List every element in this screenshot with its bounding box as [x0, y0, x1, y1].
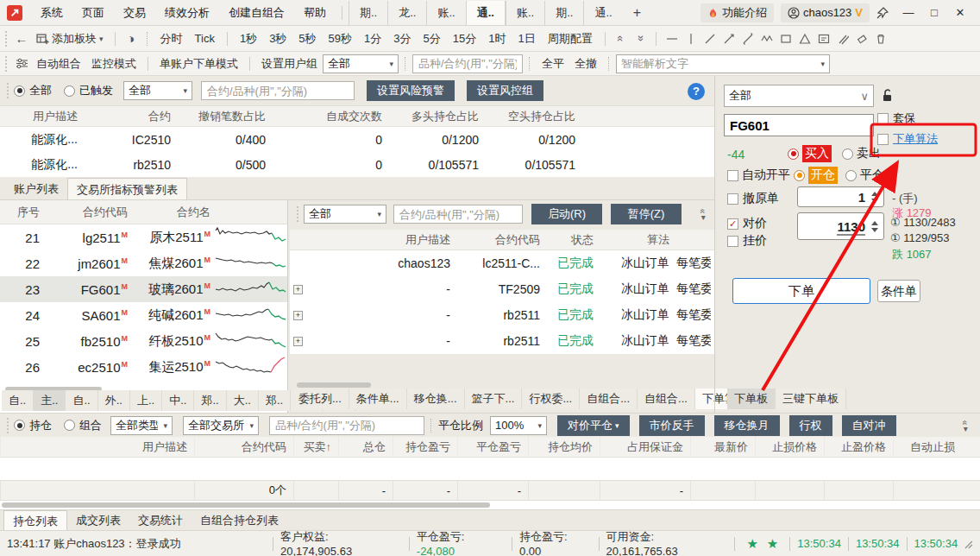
- sell-radio[interactable]: [842, 148, 853, 160]
- chart-period-button[interactable]: 1分: [358, 31, 387, 47]
- risk-scope-select[interactable]: 全部▾: [123, 81, 192, 100]
- user-group-select[interactable]: 全部▾: [323, 54, 399, 73]
- open-label[interactable]: 开仓: [808, 167, 838, 184]
- workspace-tab[interactable]: 通..: [466, 1, 506, 25]
- exchange-tab[interactable]: 自..: [66, 390, 97, 411]
- trash-icon[interactable]: [871, 30, 890, 47]
- counter-price-checkbox[interactable]: ✓: [727, 218, 738, 230]
- algo-tab[interactable]: 自组合...: [580, 389, 638, 409]
- lock-open-icon[interactable]: [881, 88, 895, 103]
- algo-column-header[interactable]: 状态: [547, 232, 600, 248]
- sell-label[interactable]: 卖出: [857, 146, 881, 161]
- drag-handle[interactable]: [5, 56, 8, 72]
- auto-combo-button[interactable]: 自动组合: [31, 56, 86, 72]
- action-button[interactable]: 移仓换月: [714, 415, 780, 436]
- order-symbol-input[interactable]: [724, 114, 874, 136]
- menu-item[interactable]: 系统: [31, 0, 72, 26]
- positions-column-header[interactable]: 买卖↑: [293, 437, 338, 457]
- price-down-icon[interactable]: [871, 228, 878, 232]
- pending-price-option[interactable]: 挂价: [727, 233, 767, 249]
- order-account-select[interactable]: 全部∨: [724, 85, 874, 107]
- order-panel-tab[interactable]: 下单板: [727, 389, 776, 409]
- buy-radio[interactable]: [788, 148, 799, 160]
- action-button[interactable]: 行权: [789, 415, 832, 436]
- workspace-tab[interactable]: 账..: [506, 1, 544, 25]
- algo-order-checkbox[interactable]: [877, 134, 889, 145]
- panel-collapse-icon[interactable]: «▾: [700, 208, 706, 220]
- drag-handle[interactable]: [5, 31, 8, 47]
- action-button[interactable]: 对价平仓▾: [557, 415, 630, 436]
- algo-tab[interactable]: 条件单...: [349, 389, 407, 409]
- set-risk-warning-button[interactable]: 设置风险预警: [367, 80, 455, 101]
- algo-tab[interactable]: 委托列...: [292, 389, 349, 409]
- menu-item[interactable]: 绩效分析: [155, 0, 219, 26]
- radio-all[interactable]: [14, 85, 25, 97]
- exchange-tab[interactable]: 主..: [34, 390, 66, 411]
- algo-order-row[interactable]: chaos123lc2511-C...已完成冰山订单每笔委: [290, 250, 714, 276]
- list-tab[interactable]: 交易统计: [129, 510, 192, 530]
- exchange-tab[interactable]: 中..: [162, 390, 194, 411]
- chart-period-button[interactable]: 15分: [447, 31, 482, 47]
- positions-column-header[interactable]: 持仓盈亏: [393, 437, 457, 457]
- collapse-up-icon[interactable]: «: [612, 30, 631, 47]
- exchange-tab[interactable]: 大..: [227, 390, 259, 411]
- chart-period-button[interactable]: 3分: [387, 31, 417, 47]
- menu-item[interactable]: 帮助: [294, 0, 336, 26]
- eraser-icon[interactable]: [852, 30, 871, 47]
- resize-grip-icon[interactable]: [963, 539, 973, 549]
- risk-column-header[interactable]: 多头持仓占比: [391, 109, 487, 124]
- watchlist-column-header[interactable]: 序号: [0, 205, 40, 220]
- table-row[interactable]: 能源化...rb25100/50000/1055710/105571: [0, 152, 714, 177]
- qty-up-icon[interactable]: [871, 192, 878, 196]
- exchange-tab[interactable]: 外..: [98, 390, 130, 411]
- add-board-button[interactable]: 添加板块▾: [31, 31, 109, 47]
- chart-mode-button[interactable]: Tick: [189, 32, 221, 45]
- cancel-all-button[interactable]: 全撤: [569, 56, 602, 72]
- chart-period-button[interactable]: 1秒: [234, 31, 263, 47]
- watchlist-column-header[interactable]: 合约代码: [40, 205, 128, 220]
- workspace-tab[interactable]: 期..: [544, 1, 583, 25]
- algo-tab[interactable]: 移仓换...: [407, 389, 465, 409]
- help-icon[interactable]: ?: [688, 83, 705, 100]
- watchlist-row[interactable]: 22jm2601M焦煤2601M: [0, 250, 287, 276]
- close-all-button[interactable]: 全平: [537, 56, 569, 72]
- algo-start-button[interactable]: 启动(R): [531, 204, 602, 224]
- positions-column-header[interactable]: 止损价格: [755, 437, 824, 457]
- trend-line-icon[interactable]: [700, 30, 719, 47]
- triangle-icon[interactable]: [795, 30, 814, 47]
- radio-triggered[interactable]: [64, 85, 75, 97]
- positions-column-header[interactable]: 止盈价格: [824, 437, 893, 457]
- price-stepper[interactable]: 1130: [797, 212, 884, 240]
- algo-column-header[interactable]: 合约代码: [457, 232, 547, 248]
- zigzag-icon[interactable]: [757, 30, 776, 47]
- positions-radio[interactable]: [14, 420, 25, 431]
- qty-down-icon[interactable]: [871, 199, 878, 203]
- chart-period-button[interactable]: 5秒: [292, 31, 322, 47]
- exchange-tab[interactable]: 上..: [130, 390, 162, 411]
- action-button[interactable]: 自对冲: [842, 415, 896, 436]
- positions-column-header[interactable]: 合约代码: [194, 437, 293, 457]
- chart-period-button[interactable]: 1日: [512, 31, 541, 47]
- chart-mode-button[interactable]: 分时: [154, 31, 189, 47]
- ray-line-icon[interactable]: [719, 30, 738, 47]
- counter-price-option[interactable]: ✓对价: [727, 216, 767, 231]
- feature-intro-button[interactable]: 功能介绍: [700, 3, 774, 22]
- user-account-button[interactable]: chaos123V: [781, 3, 870, 22]
- risk-column-header[interactable]: 自成交次数: [274, 109, 391, 124]
- risk-column-header[interactable]: 合约: [86, 109, 179, 124]
- chart-period-button[interactable]: 3秒: [263, 31, 292, 47]
- combo-radio[interactable]: [64, 420, 75, 431]
- collapse-down-icon[interactable]: «: [631, 30, 650, 47]
- algo-order-row[interactable]: +-rb2511已完成冰山订单每笔委: [290, 302, 714, 328]
- drag-handle[interactable]: [7, 83, 9, 98]
- horizontal-line-icon[interactable]: [663, 30, 682, 47]
- risk-column-header[interactable]: 撤销笔数占比: [179, 109, 274, 124]
- table-row[interactable]: 能源化...IC25100/40000/12000/1200: [0, 127, 714, 152]
- workspace-tab[interactable]: 龙..: [387, 1, 426, 25]
- pin-icon[interactable]: [870, 7, 895, 19]
- quantity-stepper[interactable]: 1: [797, 186, 884, 207]
- minimize-button[interactable]: —: [895, 6, 921, 19]
- positions-column-header[interactable]: 自动止损: [893, 437, 962, 457]
- algo-order-option[interactable]: 下单算法: [877, 131, 938, 147]
- algo-order-link[interactable]: 下单算法: [893, 131, 938, 147]
